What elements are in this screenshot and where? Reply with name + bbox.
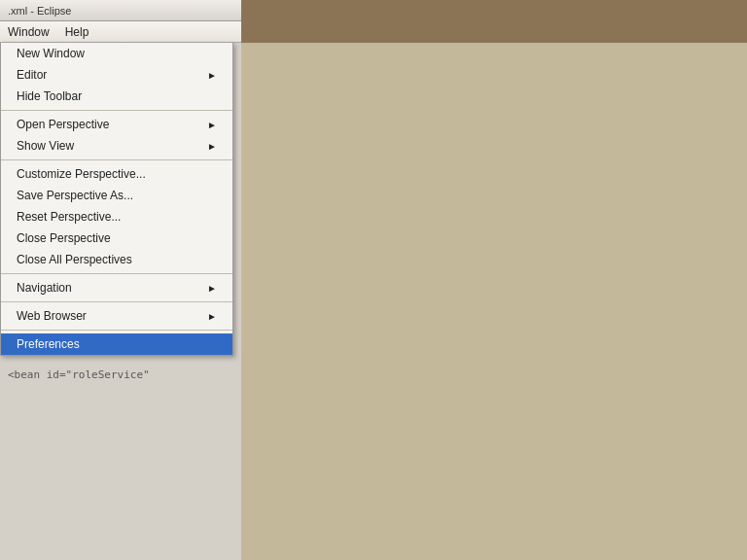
menu-item-show-view[interactable]: Show View ► xyxy=(1,135,232,157)
menu-item-hide-toolbar[interactable]: Hide Toolbar xyxy=(1,86,232,107)
window-dropdown-menu: New Window Editor ► Hide Toolbar Open Pe… xyxy=(0,43,233,356)
title-bar-text: .xml - Eclipse xyxy=(8,5,71,17)
code-hint: <bean id="roleService" xyxy=(0,365,241,385)
separator-5 xyxy=(1,330,232,331)
submenu-arrow-web-browser: ► xyxy=(207,311,217,322)
menu-item-open-perspective[interactable]: Open Perspective ► xyxy=(1,114,232,135)
menu-item-save-perspective-as[interactable]: Save Perspective As... xyxy=(1,185,232,206)
menu-item-web-browser[interactable]: Web Browser ► xyxy=(1,305,232,327)
menu-item-close-perspective[interactable]: Close Perspective xyxy=(1,228,232,249)
menu-item-reset-perspective[interactable]: Reset Perspective... xyxy=(1,206,232,228)
menu-item-new-window[interactable]: New Window xyxy=(1,43,232,64)
menu-window[interactable]: Window xyxy=(0,21,57,42)
menu-item-editor[interactable]: Editor ► xyxy=(1,64,232,86)
submenu-arrow-editor: ► xyxy=(207,70,217,81)
menu-bar: Window Help xyxy=(0,21,241,43)
separator-2 xyxy=(1,159,232,160)
editor-background xyxy=(241,43,747,560)
menu-item-customize-perspective[interactable]: Customize Perspective... xyxy=(1,163,232,185)
submenu-arrow-open-perspective: ► xyxy=(207,120,217,130)
separator-4 xyxy=(1,301,232,302)
submenu-arrow-show-view: ► xyxy=(207,141,217,152)
menu-item-preferences[interactable]: Preferences xyxy=(1,333,232,355)
separator-3 xyxy=(1,273,232,274)
menu-item-navigation[interactable]: Navigation ► xyxy=(1,277,232,298)
menu-item-close-all-perspectives[interactable]: Close All Perspectives xyxy=(1,249,232,270)
title-bar: .xml - Eclipse xyxy=(0,0,241,21)
separator-1 xyxy=(1,110,232,111)
submenu-arrow-navigation: ► xyxy=(207,283,217,294)
menu-help[interactable]: Help xyxy=(57,21,97,42)
